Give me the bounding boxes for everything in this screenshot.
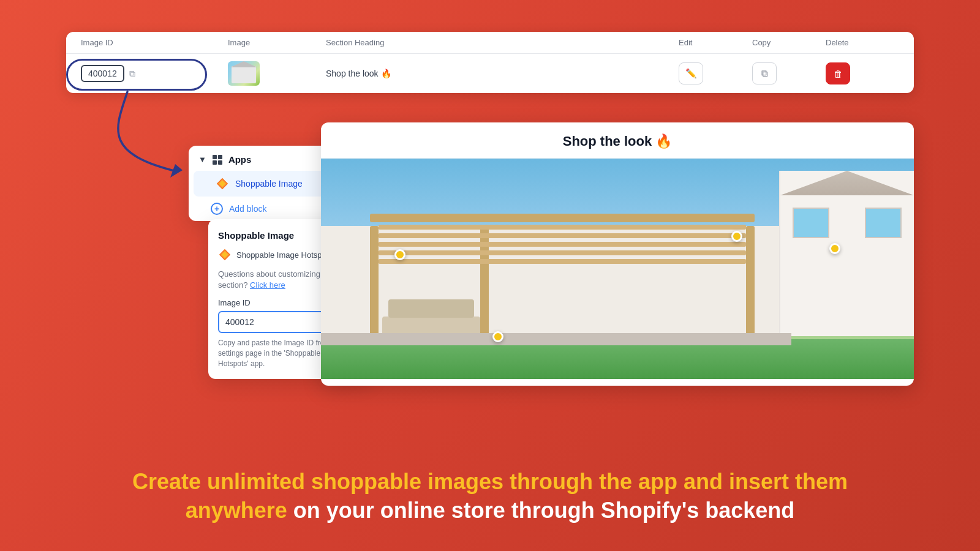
cell-delete: 🗑 bbox=[826, 62, 899, 84]
slat-3 bbox=[379, 242, 746, 247]
thumb-house-shape bbox=[232, 66, 256, 83]
pergola-post-1 bbox=[370, 226, 379, 342]
cell-copy: ⧉ bbox=[752, 62, 826, 84]
roof bbox=[780, 171, 914, 195]
col-header-image: Image bbox=[228, 38, 326, 47]
apps-grid-icon bbox=[213, 155, 222, 165]
shop-image-area bbox=[321, 159, 914, 379]
slat-4 bbox=[379, 250, 746, 255]
table-row: 400012 ⧉ Shop the look 🔥 ✏️ ⧉ 🗑 bbox=[66, 54, 914, 93]
col-header-heading: Section Heading bbox=[326, 38, 679, 47]
detail-subtitle-text: Shoppable Image Hotspots bbox=[236, 250, 333, 260]
click-here-link[interactable]: Click here bbox=[250, 280, 285, 290]
hotspot-4[interactable] bbox=[492, 331, 503, 342]
bottom-line-2: anywhere on your online store through Sh… bbox=[49, 497, 931, 525]
delete-button[interactable]: 🗑 bbox=[826, 62, 850, 84]
copy-button[interactable]: ⧉ bbox=[752, 62, 777, 84]
slat-2 bbox=[379, 233, 746, 238]
apps-label: Apps bbox=[228, 154, 252, 165]
detail-diamond-icon bbox=[218, 248, 232, 261]
slat-1 bbox=[379, 225, 746, 230]
bottom-cta: Create unlimited shoppable images throug… bbox=[0, 468, 980, 525]
col-header-id: Image ID bbox=[81, 38, 228, 47]
table-header: Image ID Image Section Heading Edit Copy… bbox=[66, 32, 914, 54]
shoppable-image-label: Shoppable Image bbox=[235, 179, 303, 189]
shoppable-diamond-icon bbox=[216, 177, 229, 190]
hotspot-3[interactable] bbox=[829, 243, 840, 254]
col-header-delete: Delete bbox=[826, 38, 899, 47]
slat-5 bbox=[379, 259, 746, 264]
bottom-rest: on your online store through Shopify's b… bbox=[287, 498, 795, 523]
cell-image-thumb bbox=[228, 61, 326, 86]
bottom-line-1: Create unlimited shoppable images throug… bbox=[49, 468, 931, 497]
shop-preview-panel: Shop the look 🔥 bbox=[321, 122, 914, 386]
id-value: 400012 bbox=[81, 65, 124, 82]
pergola-post-3 bbox=[746, 226, 755, 342]
cell-edit: ✏️ bbox=[679, 62, 752, 84]
detail-title: Shoppable Image bbox=[218, 230, 294, 241]
image-thumbnail bbox=[228, 61, 260, 86]
svg-marker-0 bbox=[170, 164, 183, 178]
table-panel: Image ID Image Section Heading Edit Copy… bbox=[66, 32, 914, 93]
shop-title: Shop the look 🔥 bbox=[336, 133, 899, 149]
add-block-icon: + bbox=[211, 203, 223, 215]
col-header-edit: Edit bbox=[679, 38, 752, 47]
copy-id-icon[interactable]: ⧉ bbox=[129, 69, 135, 79]
chevron-down-icon: ▼ bbox=[198, 155, 206, 164]
pergola-beam bbox=[370, 214, 755, 222]
col-header-copy: Copy bbox=[752, 38, 826, 47]
window2 bbox=[865, 208, 902, 238]
couch-back bbox=[388, 299, 474, 318]
house-right bbox=[779, 171, 914, 336]
cell-image-id: 400012 ⧉ bbox=[81, 65, 228, 82]
shop-header: Shop the look 🔥 bbox=[321, 122, 914, 159]
hotspot-2[interactable] bbox=[731, 231, 742, 242]
add-block-label: Add block bbox=[229, 204, 266, 214]
edit-button[interactable]: ✏️ bbox=[679, 62, 703, 84]
hotspot-1[interactable] bbox=[394, 249, 405, 260]
bottom-anywhere: anywhere bbox=[186, 498, 287, 523]
cell-section-heading: Shop the look 🔥 bbox=[326, 69, 679, 78]
patio bbox=[321, 333, 791, 345]
window bbox=[793, 208, 829, 238]
